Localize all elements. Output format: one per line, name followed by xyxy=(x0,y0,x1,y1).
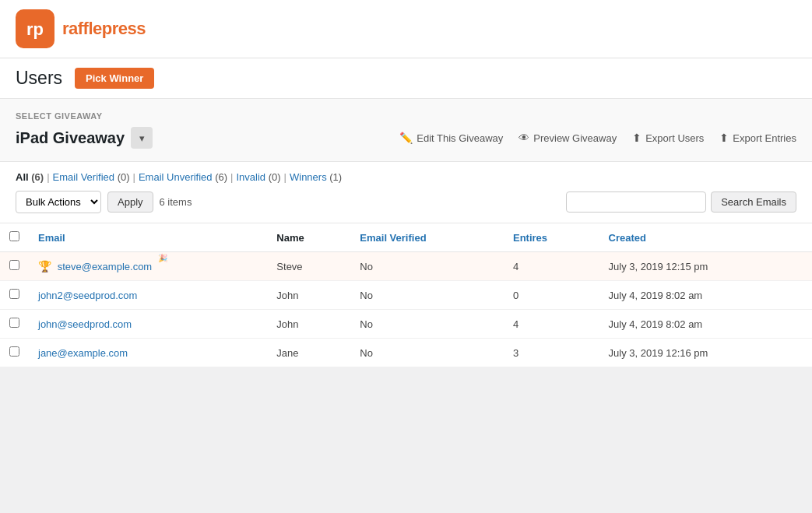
users-table: Email Name Email Verified Entires Create… xyxy=(0,223,812,367)
select-all-col xyxy=(0,223,29,252)
search-area: Search Emails xyxy=(566,191,796,213)
logo-icon: rp xyxy=(16,9,54,48)
row-email-verified: No xyxy=(350,252,504,281)
entries-sort-link[interactable]: Entires xyxy=(513,232,547,244)
col-header-created: Created xyxy=(599,223,812,252)
export-icon: ⬆ xyxy=(632,132,642,144)
select-giveaway-section: SELECT GIVEAWAY iPad Giveaway ▾ ✏️ Edit … xyxy=(0,99,812,162)
filter-sep-3: | xyxy=(230,171,233,183)
export-entries-link[interactable]: ⬆ Export Entries xyxy=(719,132,796,144)
table-row: john2@seedprod.com John No 0 July 4, 201… xyxy=(0,281,812,310)
row-name: Steve xyxy=(267,252,350,281)
filters-bar: All (6) | Email Verified (0) | Email Unv… xyxy=(0,162,812,223)
export-entries-icon: ⬆ xyxy=(719,132,729,144)
email-verified-sort-link[interactable]: Email Verified xyxy=(360,232,426,244)
filter-invalid[interactable]: Invalid (0) xyxy=(236,171,280,183)
row-email[interactable]: john@seedprod.com xyxy=(38,318,132,330)
row-created: July 3, 2019 12:15 pm xyxy=(599,252,812,281)
bulk-area: Bulk Actions Apply 6 items xyxy=(16,191,192,213)
main-content: SELECT GIVEAWAY iPad Giveaway ▾ ✏️ Edit … xyxy=(0,99,812,367)
col-header-entries: Entires xyxy=(504,223,599,252)
email-sort-link[interactable]: Email xyxy=(38,232,65,244)
search-button[interactable]: Search Emails xyxy=(711,191,796,213)
filter-sep-2: | xyxy=(133,171,135,183)
filter-winners-count: (1) xyxy=(329,171,342,183)
page-title: Users xyxy=(16,68,62,89)
row-email-verified: No xyxy=(350,339,504,367)
filter-email-verified[interactable]: Email Verified (0) xyxy=(53,171,130,183)
row-checkbox[interactable] xyxy=(9,260,19,270)
row-created: July 3, 2019 12:16 pm xyxy=(599,339,812,367)
created-sort-link[interactable]: Created xyxy=(609,232,646,244)
table-row: john@seedprod.com John No 4 July 4, 2019… xyxy=(0,310,812,339)
row-entries: 4 xyxy=(504,310,599,339)
filter-email-unverified[interactable]: Email Unverified (6) xyxy=(139,171,227,183)
filter-winners[interactable]: Winners (1) xyxy=(290,171,342,183)
svg-text:rp: rp xyxy=(26,19,44,39)
eye-icon: 👁 xyxy=(518,132,529,144)
row-email-cell: jane@example.com xyxy=(29,339,267,367)
filter-email-verified-label: Email Verified xyxy=(53,171,114,183)
giveaway-actions: ✏️ Edit This Giveaway 👁 Preview Giveaway… xyxy=(399,132,796,144)
col-header-email-verified: Email Verified xyxy=(350,223,504,252)
filter-all-count: (6) xyxy=(31,171,44,183)
row-email[interactable]: john2@seedprod.com xyxy=(38,290,137,301)
row-checkbox-cell xyxy=(0,339,29,367)
table-header-row: Email Name Email Verified Entires Create… xyxy=(0,223,812,252)
filter-winners-label: Winners xyxy=(290,171,327,183)
row-entries: 3 xyxy=(504,339,599,367)
row-checkbox-cell xyxy=(0,252,29,281)
filter-sep-1: | xyxy=(47,171,49,183)
search-and-bulk-row: Bulk Actions Apply 6 items Search Emails xyxy=(16,191,796,213)
export-users-label: Export Users xyxy=(645,132,704,144)
edit-giveaway-label: Edit This Giveaway xyxy=(417,132,503,144)
row-email[interactable]: steve@example.com xyxy=(58,261,153,272)
search-input[interactable] xyxy=(566,191,706,213)
export-entries-label: Export Entries xyxy=(733,132,796,144)
row-created: July 4, 2019 8:02 am xyxy=(599,310,812,339)
giveaway-dropdown-button[interactable]: ▾ xyxy=(131,127,153,149)
filter-email-verified-count: (0) xyxy=(118,171,130,183)
giveaway-row: iPad Giveaway ▾ ✏️ Edit This Giveaway 👁 … xyxy=(16,127,796,149)
row-checkbox[interactable] xyxy=(9,289,19,299)
row-checkbox[interactable] xyxy=(9,346,19,357)
filter-all[interactable]: All (6) xyxy=(16,171,44,183)
preview-giveaway-label: Preview Giveaway xyxy=(533,132,617,144)
logo-text: rafflepress xyxy=(62,19,146,39)
row-name: Jane xyxy=(267,339,350,367)
row-created: July 4, 2019 8:02 am xyxy=(599,281,812,310)
preview-giveaway-link[interactable]: 👁 Preview Giveaway xyxy=(518,132,617,144)
items-count: 6 items xyxy=(160,196,192,208)
logo-area: rp rafflepress xyxy=(16,9,146,48)
row-email-verified: No xyxy=(350,281,504,310)
col-header-name: Name xyxy=(267,223,350,252)
row-name: John xyxy=(267,281,350,310)
filter-all-label: All xyxy=(16,171,29,183)
table-row: jane@example.com Jane No 3 July 3, 2019 … xyxy=(0,339,812,367)
filter-links: All (6) | Email Verified (0) | Email Unv… xyxy=(16,171,796,183)
col-header-email: Email xyxy=(29,223,267,252)
giveaway-name: iPad Giveaway xyxy=(16,129,125,147)
pick-winner-button[interactable]: Pick Winner xyxy=(75,68,154,89)
apply-button[interactable]: Apply xyxy=(107,191,153,213)
row-checkbox-cell xyxy=(0,281,29,310)
chevron-down-icon: ▾ xyxy=(139,132,145,144)
app-header: rp rafflepress xyxy=(0,0,812,58)
select-all-checkbox[interactable] xyxy=(9,231,19,241)
export-users-link[interactable]: ⬆ Export Users xyxy=(632,132,704,144)
row-checkbox[interactable] xyxy=(9,318,19,328)
edit-giveaway-link[interactable]: ✏️ Edit This Giveaway xyxy=(399,132,503,144)
row-email-cell: 🏆 steve@example.com 🎉 xyxy=(29,252,267,281)
row-email-cell: john@seedprod.com xyxy=(29,310,267,339)
filter-email-unverified-label: Email Unverified xyxy=(139,171,213,183)
bulk-actions-select[interactable]: Bulk Actions xyxy=(16,191,101,213)
row-entries: 0 xyxy=(504,281,599,310)
pencil-icon: ✏️ xyxy=(399,132,413,144)
filter-invalid-count: (0) xyxy=(269,171,281,183)
row-email[interactable]: jane@example.com xyxy=(38,347,128,359)
confetti-icon: 🎉 xyxy=(158,254,167,262)
filter-sep-4: | xyxy=(284,171,286,183)
row-checkbox-cell xyxy=(0,310,29,339)
row-email-verified: No xyxy=(350,310,504,339)
row-entries: 4 xyxy=(504,252,599,281)
